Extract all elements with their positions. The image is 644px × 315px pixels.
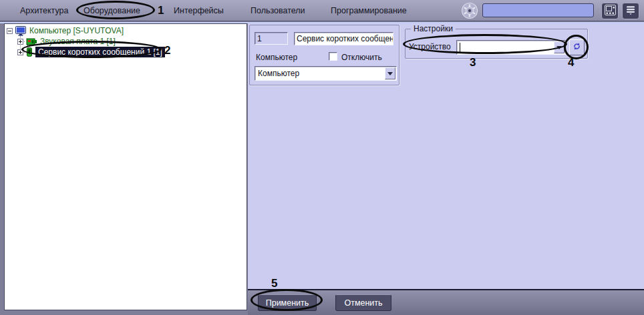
gear-icon [461,2,478,19]
device-label: Устройство [409,42,451,51]
device-select[interactable] [456,40,566,55]
application-window: Архитектура Оборудование Интерфейсы Поль… [0,0,644,315]
name-field[interactable]: Сервис коротких сообщени [294,32,393,45]
disable-label: Отключить [341,53,382,62]
chevron-down-icon[interactable] [385,67,395,79]
settings-group-title: Настройки [411,24,456,33]
tab-users[interactable]: Пользователи [251,0,305,21]
tree-item-computer[interactable]: Компьютер [S-UYUTOVA] [7,25,124,36]
expander-plus-icon[interactable] [17,49,23,55]
sound-card-icon [26,37,37,46]
refresh-icon [573,42,581,53]
panels-menu-button[interactable] [622,3,639,19]
chevron-down-icon[interactable] [554,41,565,53]
expander-plus-icon[interactable] [17,39,23,45]
apply-button[interactable]: Применить [258,294,317,311]
text-cursor [460,43,460,52]
tab-programming[interactable]: Программирование [331,0,407,21]
tree-item-label: Звуковая плата 1 [1] [40,37,116,46]
layout-grid-icon [605,5,616,17]
settings-panel: 1 Сервис коротких сообщени Компьютер Отк… [248,23,644,289]
tab-equipment[interactable]: Оборудование [84,0,140,21]
equipment-tree-panel: Компьютер [S-UYUTOVA] Звуковая плата 1 [4,23,247,310]
computer-select[interactable]: Компьютер [255,66,397,81]
refresh-button[interactable] [569,39,585,55]
tree-item-label-selected: Сервис коротких сообщений 1 [1] [35,47,165,57]
computer-select-value: Компьютер [255,69,396,78]
top-menu-bar: Архитектура Оборудование Интерфейсы Поль… [0,0,644,21]
search-input[interactable] [482,3,594,17]
tree-item-sound-card[interactable]: Звуковая плата 1 [1] [17,36,116,47]
phone-icon [26,47,33,57]
disable-checkbox[interactable] [329,52,337,61]
tab-architecture[interactable]: Архитектура [20,0,68,21]
cancel-button[interactable]: Отменить [335,294,391,311]
id-field[interactable]: 1 [255,32,288,45]
layout-grid-button[interactable] [601,3,619,19]
tree-item-label: Компьютер [S-UYUTOVA] [29,26,124,35]
expander-minus-icon[interactable] [7,28,13,34]
tree-item-sms-service[interactable]: Сервис коротких сообщений 1 [1] [17,47,165,57]
panels-menu-icon [625,5,636,17]
computer-label: Компьютер [256,53,297,62]
footer-bar: Применить Отменить [248,289,644,315]
monitor-icon [15,26,27,36]
identification-panel: 1 Сервис коротких сообщени Компьютер Отк… [249,25,399,85]
tab-interfaces[interactable]: Интерфейсы [174,0,224,21]
